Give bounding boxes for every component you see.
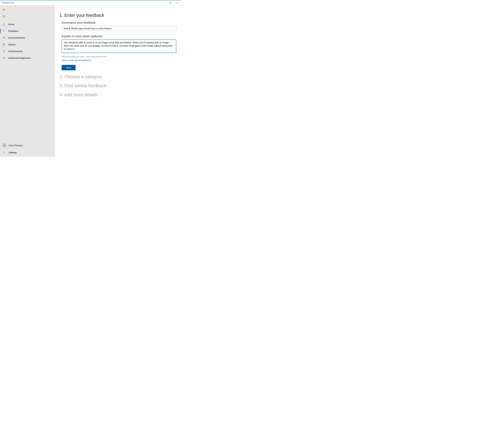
account-name: Cora Thomas	[9, 144, 22, 147]
close-button[interactable]	[174, 0, 181, 5]
diagnostics-icon	[2, 57, 8, 59]
window-title: Feedback Hub	[2, 2, 14, 4]
app-window: Feedback Hub	[0, 0, 181, 157]
sidebar-item-quests[interactable]: Quests	[0, 41, 55, 48]
sidebar-item-home[interactable]: Home	[0, 21, 55, 28]
detail-label: Explain in more detail (optional)	[62, 35, 176, 38]
svg-rect-1	[170, 2, 171, 3]
account-button[interactable]: Cora Thomas	[0, 142, 55, 149]
titlebar: Feedback Hub	[0, 0, 181, 5]
gear-icon	[2, 151, 9, 154]
sidebar-item-label: Advanced Diagnostics	[8, 57, 31, 59]
svg-point-20	[3, 152, 4, 153]
minimize-button[interactable]	[160, 0, 167, 5]
settings-button[interactable]: Settings	[0, 149, 55, 156]
sidebar-item-label: Quests	[8, 43, 16, 46]
sidebar-item-feedback[interactable]: Feedback	[0, 28, 55, 34]
sidebar-item-achievements[interactable]: Achievements	[0, 48, 55, 55]
howto-link[interactable]: How to write good feedback?	[62, 59, 91, 61]
settings-label: Settings	[9, 151, 17, 154]
home-icon	[2, 23, 8, 26]
megaphone-icon	[2, 36, 8, 39]
window-controls	[160, 0, 181, 5]
summary-input[interactable]	[62, 26, 176, 31]
svg-point-8	[3, 30, 4, 31]
step3-heading: 3. Find similar feedback	[60, 83, 176, 88]
sidebar-bottom: Cora Thomas Settings	[0, 142, 55, 157]
sidebar-item-label: Feedback	[8, 30, 18, 32]
step2-heading: 2. Choose a category	[60, 74, 176, 79]
sidebar-item-label: Achievements	[8, 50, 23, 52]
main-content: 1. Enter your feedback Summarize your fe…	[55, 5, 181, 157]
sidebar-item-advanced-diagnostics[interactable]: Advanced Diagnostics	[0, 55, 55, 61]
sidebar-item-label: Home	[8, 23, 14, 26]
svg-point-12	[3, 50, 4, 51]
avatar-icon	[2, 143, 7, 148]
privacy-hint: Will post publicly as Cora T. Don't add …	[62, 55, 176, 58]
sidebar-item-announcements[interactable]: Announcements	[0, 34, 55, 41]
svg-point-17	[4, 144, 5, 145]
step1-heading: 1. Enter your feedback	[60, 13, 176, 18]
next-button[interactable]: Next	[62, 65, 76, 70]
maximize-button[interactable]	[167, 0, 174, 5]
feedback-icon	[2, 30, 8, 32]
nav-list: Home Feedback	[0, 21, 55, 142]
hamburger-icon	[2, 15, 5, 18]
sidebar: Home Feedback	[0, 5, 55, 157]
ribbon-icon	[2, 50, 8, 52]
sidebar-item-label: Announcements	[8, 36, 25, 39]
quests-icon	[2, 43, 8, 46]
back-arrow-icon	[2, 8, 6, 12]
step4-heading: 4. Add more details	[60, 92, 176, 97]
hamburger-button[interactable]	[0, 13, 55, 20]
detail-textarea[interactable]	[62, 40, 176, 53]
summarize-label: Summarize your feedback	[62, 21, 176, 24]
back-button[interactable]	[0, 6, 55, 13]
